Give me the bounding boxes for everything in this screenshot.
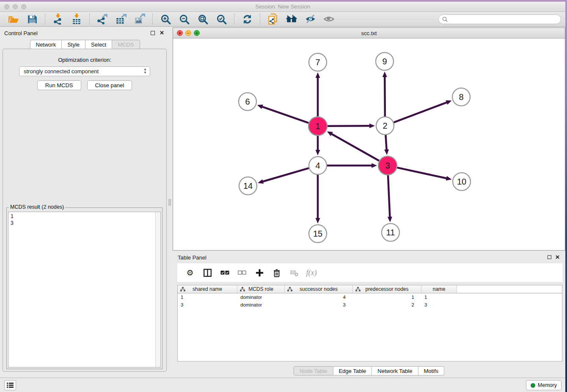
node-table: shared nameMCDS rolesuccessor nodesprede… (177, 285, 562, 362)
cell-name: 1 (421, 293, 457, 301)
birdseye-icon[interactable] (322, 13, 335, 25)
edge-2-8[interactable] (394, 102, 448, 122)
graph-node-label-6: 6 (245, 97, 250, 106)
graph-node-label-14: 14 (243, 181, 253, 190)
edge-arrow-3-10 (446, 176, 452, 181)
graph-node-label-9: 9 (382, 57, 387, 66)
control-panel-title: Control Panel (4, 30, 38, 36)
memory-label: Memory (538, 382, 557, 388)
edge-3-10[interactable] (397, 168, 447, 179)
edge-2-9[interactable] (385, 76, 385, 116)
table-panel: Table Panel ✕ ⚙ f(x) shared nameMCDS rol… (173, 252, 565, 377)
table-row[interactable]: 1dominator411 (178, 293, 562, 301)
tab-motifs[interactable]: Motifs (418, 366, 444, 375)
tab-mcds[interactable]: MCDS (112, 40, 140, 49)
select-all-icon[interactable] (220, 268, 230, 278)
graph-node-label-2: 2 (383, 121, 387, 130)
cell-mcds-role: dominator (237, 293, 285, 301)
zoom-in-icon[interactable] (159, 13, 172, 25)
select-stepper-icon: ▲▼ (143, 68, 147, 75)
import-network-icon[interactable] (52, 13, 64, 25)
column-header-predecessor-nodes[interactable]: predecessor nodes (353, 285, 421, 293)
refresh-icon[interactable] (241, 13, 253, 25)
function-builder-icon: f(x) (306, 268, 317, 278)
mcds-panel: Optimization criterion: strongly connect… (3, 49, 167, 372)
memory-status-icon (531, 383, 535, 388)
run-mcds-button[interactable]: Run MCDS (37, 80, 81, 90)
edge-3-11[interactable] (388, 175, 390, 218)
tab-node-table[interactable]: Node Table (294, 366, 333, 375)
column-header-successor-nodes[interactable]: successor nodes (285, 285, 353, 293)
cell-predecessor-nodes: 2 (353, 301, 421, 309)
vertical-splitter-grip[interactable] (168, 199, 171, 206)
column-header-name[interactable]: name (421, 285, 457, 293)
column-header-mcds-role[interactable]: MCDS role (237, 285, 285, 293)
float-table-panel-icon[interactable] (548, 255, 551, 259)
graph-node-label-8: 8 (459, 92, 463, 102)
delete-column-icon[interactable] (272, 268, 282, 278)
edge-arrow-3-11 (388, 217, 392, 222)
deselect-all-icon[interactable] (237, 268, 247, 278)
node-table-body: 1dominator4113dominator323 (178, 293, 562, 309)
optimization-criterion-select[interactable]: strongly connected component ▲▼ (19, 66, 150, 76)
result-line: 3 (11, 220, 158, 226)
float-panel-icon[interactable] (151, 31, 155, 35)
tab-style[interactable]: Style (62, 40, 85, 49)
graph-node-label-7: 7 (315, 58, 320, 67)
tab-select[interactable]: Select (85, 40, 112, 49)
mcds-result-title: MCDS result (2 nodes) (9, 204, 65, 210)
search-icon (442, 17, 448, 22)
control-panel: Control Panel ✕ NetworkStyleSelectMCDS O… (0, 27, 170, 378)
edge-arrow-1-2 (369, 124, 375, 128)
desktop-wallpaper-right (565, 0, 567, 392)
close-panel-button[interactable]: Close panel (87, 80, 132, 90)
network-canvas[interactable]: 7968124314101511 (173, 39, 565, 250)
copy-view-icon[interactable] (267, 13, 279, 25)
edge-1-6[interactable] (261, 107, 308, 123)
zoom-out-icon[interactable] (178, 13, 190, 25)
cell-shared-name: 3 (178, 301, 237, 309)
graph-node-label-10: 10 (457, 177, 466, 186)
tab-network-table[interactable]: Network Table (372, 366, 418, 375)
add-column-icon[interactable] (254, 268, 264, 278)
table-toolbar: ⚙ f(x) (177, 263, 562, 282)
network-graph: 7968124314101511 (173, 39, 565, 250)
search-field[interactable] (438, 14, 561, 24)
table-panel-tabs: Node TableEdge TableNetwork TableMotifs (294, 366, 444, 375)
network-window-titlebar: × − + scc.txt (173, 28, 565, 39)
export-image-icon[interactable] (133, 13, 146, 25)
open-session-icon[interactable] (7, 13, 20, 25)
window-title: Session: New Session (0, 3, 565, 10)
memory-button[interactable]: Memory (526, 380, 561, 390)
table-row[interactable]: 3dominator323 (178, 301, 562, 309)
edge-1-2[interactable] (328, 126, 370, 126)
tab-network[interactable]: Network (30, 40, 62, 49)
settings-gear-icon[interactable]: ⚙ (185, 268, 195, 278)
column-header-shared-name[interactable]: shared name (178, 285, 237, 293)
edge-3-1[interactable] (331, 134, 379, 161)
graph-node-label-11: 11 (386, 228, 395, 237)
task-history-button[interactable] (4, 380, 16, 390)
result-scrollbar[interactable] (155, 212, 160, 367)
optimization-criterion-value: strongly connected component (24, 68, 99, 75)
network-window-title: scc.txt (173, 30, 565, 36)
tab-edge-table[interactable]: Edge Table (333, 366, 372, 375)
toolbar-separator (152, 14, 153, 25)
mcds-result-text[interactable]: 13 (8, 212, 161, 367)
search-input[interactable] (450, 16, 561, 23)
close-panel-icon[interactable]: ✕ (160, 30, 164, 36)
save-session-icon[interactable] (26, 13, 39, 25)
toolbar-separator (260, 14, 260, 25)
close-table-panel-icon[interactable]: ✕ (555, 254, 560, 260)
zoom-fit-icon[interactable] (196, 13, 209, 25)
edge-arrow-1-7 (316, 72, 320, 78)
edge-2-3[interactable] (385, 135, 386, 150)
show-columns-icon[interactable] (202, 268, 212, 278)
import-table-icon[interactable] (70, 13, 83, 25)
home-layout-icon[interactable] (285, 13, 298, 25)
edge-4-14[interactable] (262, 168, 309, 182)
export-network-icon[interactable] (96, 13, 109, 25)
zoom-selected-icon[interactable] (215, 13, 228, 25)
hide-details-icon[interactable] (304, 13, 317, 25)
export-table-icon[interactable] (115, 13, 127, 25)
